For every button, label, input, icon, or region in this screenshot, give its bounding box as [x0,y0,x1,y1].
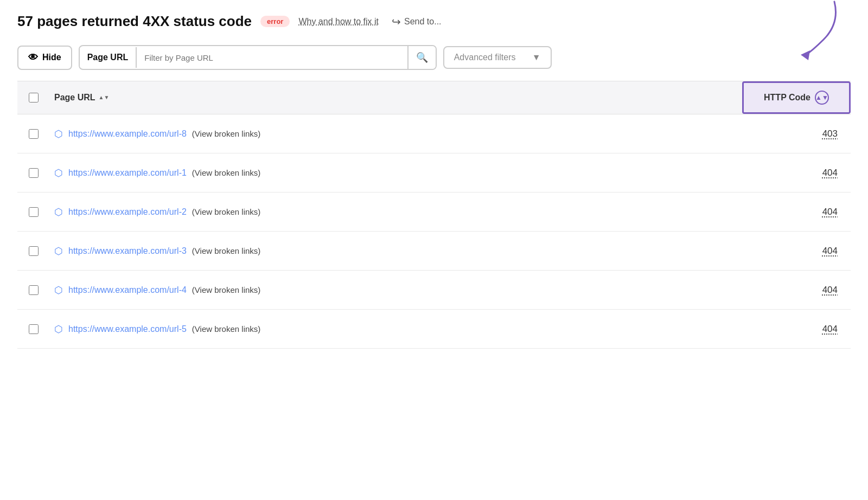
external-link-icon: ⬡ [54,245,63,257]
row-check-2 [17,207,50,217]
row-http-code-5: 404 [742,316,851,342]
eye-icon: 👁 [28,52,38,63]
view-broken-links-text-0[interactable]: (View broken links) [192,129,260,138]
col-http-label: HTTP Code [764,93,810,102]
page-url-link-4[interactable]: https://www.example.com/url-4 [68,285,187,295]
view-broken-links-text-3[interactable]: (View broken links) [192,246,260,255]
fix-link[interactable]: Why and how to fix it [298,17,379,27]
row-http-code-3: 404 [742,238,851,264]
url-filter-input[interactable] [137,48,407,68]
row-http-code-0: 403 [742,121,851,147]
row-checkbox-1[interactable] [29,168,39,178]
page-url-link-2[interactable]: https://www.example.com/url-2 [68,207,187,217]
header-row: 57 pages returned 4XX status code error … [17,13,851,30]
view-broken-links-text-5[interactable]: (View broken links) [192,324,260,334]
error-badge: error [260,16,290,27]
hide-label: Hide [42,53,61,62]
advanced-filters-button[interactable]: Advanced filters ▼ [443,46,552,69]
external-link-icon: ⬡ [54,206,63,218]
page-url-link-0[interactable]: https://www.example.com/url-8 [68,129,187,139]
row-checkbox-4[interactable] [29,285,39,295]
svg-marker-0 [801,50,810,60]
arrow-annotation [726,0,851,67]
row-url-cell-4: ⬡ https://www.example.com/url-4 (View br… [50,277,742,304]
table-row: ⬡ https://www.example.com/url-2 (View br… [17,193,851,232]
table-row: ⬡ https://www.example.com/url-8 (View br… [17,114,851,153]
th-check [17,81,50,114]
table-row: ⬡ https://www.example.com/url-4 (View br… [17,271,851,310]
page-url-link-3[interactable]: https://www.example.com/url-3 [68,246,187,256]
hide-button[interactable]: 👁 Hide [17,46,72,70]
table-row: ⬡ https://www.example.com/url-5 (View br… [17,310,851,349]
col-url-label: Page URL [54,93,95,102]
th-http-code[interactable]: HTTP Code ▲▼ [742,81,851,114]
row-http-code-2: 404 [742,199,851,225]
row-checkbox-0[interactable] [29,129,39,139]
chevron-down-icon: ▼ [532,53,541,62]
send-to-icon: ↪ [392,15,401,28]
url-filter-group: Page URL 🔍 [79,45,437,70]
external-link-icon: ⬡ [54,323,63,335]
table-header: Page URL ▲▼ HTTP Code ▲▼ [17,81,851,114]
row-url-cell-3: ⬡ https://www.example.com/url-3 (View br… [50,238,742,265]
table-row: ⬡ https://www.example.com/url-3 (View br… [17,232,851,271]
row-url-cell-0: ⬡ https://www.example.com/url-8 (View br… [50,120,742,148]
external-link-icon: ⬡ [54,128,63,140]
external-link-icon: ⬡ [54,284,63,296]
row-check-4 [17,285,50,295]
send-to-button[interactable]: ↪ Send to... [392,15,442,28]
view-broken-links-text-4[interactable]: (View broken links) [192,285,260,294]
send-to-label: Send to... [404,17,442,27]
row-check-3 [17,246,50,256]
filter-row: 👁 Hide Page URL 🔍 Advanced filters ▼ [17,45,851,70]
row-http-code-4: 404 [742,277,851,303]
advanced-filters-label: Advanced filters [454,53,516,62]
row-http-code-1: 404 [742,160,851,186]
page-title: 57 pages returned 4XX status code [17,13,252,30]
external-link-icon: ⬡ [54,167,63,179]
table-body: ⬡ https://www.example.com/url-8 (View br… [17,114,851,349]
th-page-url[interactable]: Page URL ▲▼ [50,81,742,114]
sort-url-icon: ▲▼ [99,95,110,100]
row-checkbox-5[interactable] [29,324,39,334]
row-url-cell-5: ⬡ https://www.example.com/url-5 (View br… [50,316,742,343]
row-check-1 [17,168,50,178]
row-url-cell-1: ⬡ https://www.example.com/url-1 (View br… [50,159,742,187]
sort-http-icon: ▲▼ [815,91,829,105]
row-check-5 [17,324,50,334]
row-checkbox-2[interactable] [29,207,39,217]
search-button[interactable]: 🔍 [407,46,436,69]
table-row: ⬡ https://www.example.com/url-1 (View br… [17,153,851,193]
select-all-checkbox[interactable] [29,93,39,102]
view-broken-links-text-1[interactable]: (View broken links) [192,168,260,177]
page-url-link-1[interactable]: https://www.example.com/url-1 [68,168,187,178]
page-url-link-5[interactable]: https://www.example.com/url-5 [68,324,187,334]
row-url-cell-2: ⬡ https://www.example.com/url-2 (View br… [50,198,742,226]
view-broken-links-text-2[interactable]: (View broken links) [192,207,260,216]
url-filter-label: Page URL [80,47,137,68]
row-checkbox-3[interactable] [29,246,39,256]
row-check-0 [17,129,50,139]
search-icon: 🔍 [416,52,428,63]
